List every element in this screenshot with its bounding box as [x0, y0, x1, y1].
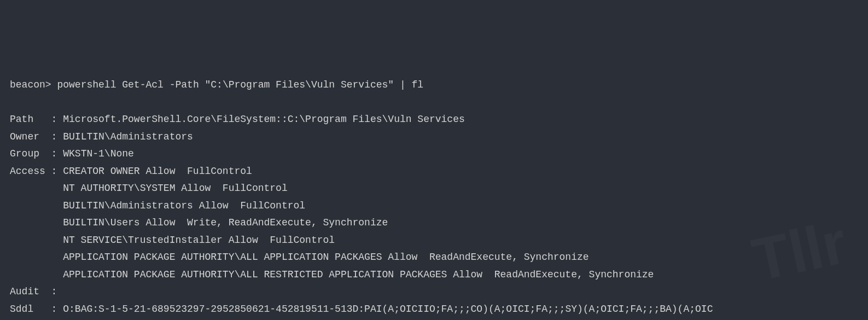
- output-line-access-5: APPLICATION PACKAGE AUTHORITY\ALL APPLIC…: [10, 249, 858, 266]
- output-line-access-1: NT AUTHORITY\SYSTEM Allow FullControl: [10, 180, 858, 197]
- path-label: Path: [10, 111, 33, 129]
- prompt-text: beacon>: [10, 79, 51, 90]
- access-value-4: NT SERVICE\TrustedInstaller Allow FullCo…: [63, 235, 335, 246]
- command-text: powershell Get-Acl -Path "C:\Program Fil…: [57, 79, 423, 90]
- sddl-value-0: O:BAG:S-1-5-21-689523297-2952850621-4528…: [63, 304, 713, 315]
- group-value: WKSTN-1\None: [63, 148, 134, 159]
- output-line-owner: Owner : BUILTIN\Administrators: [10, 129, 858, 146]
- access-value-1: NT AUTHORITY\SYSTEM Allow FullControl: [63, 183, 287, 194]
- path-value: Microsoft.PowerShell.Core\FileSystem::C:…: [63, 114, 465, 125]
- output-line-group: Group : WKSTN-1\None: [10, 146, 858, 163]
- output-line-access-0: Access : CREATOR OWNER Allow FullControl: [10, 163, 858, 181]
- output-line-audit: Audit :: [10, 283, 858, 301]
- output-line-access-3: BUILTIN\Users Allow Write, ReadAndExecut…: [10, 214, 858, 232]
- access-value-2: BUILTIN\Administrators Allow FullControl: [63, 200, 305, 211]
- output-line-path: Path : Microsoft.PowerShell.Core\FileSys…: [10, 111, 858, 129]
- owner-value: BUILTIN\Administrators: [63, 131, 193, 142]
- access-value-3: BUILTIN\Users Allow Write, ReadAndExecut…: [63, 217, 388, 228]
- access-label: Access: [10, 163, 45, 181]
- sddl-label: Sddl: [10, 301, 33, 318]
- output-line-sddl-1: I;0x1201bf;;;BU)(A;CI;FA;;;S-1-5-80-9560…: [10, 318, 858, 320]
- access-value-0: CREATOR OWNER Allow FullControl: [63, 166, 252, 177]
- access-value-5: APPLICATION PACKAGE AUTHORITY\ALL APPLIC…: [63, 252, 589, 263]
- command-line: beacon> powershell Get-Acl -Path "C:\Pro…: [10, 77, 858, 94]
- group-label: Group: [10, 146, 39, 163]
- terminal-output[interactable]: beacon> powershell Get-Acl -Path "C:\Pro…: [10, 77, 858, 320]
- owner-label: Owner: [10, 129, 39, 146]
- output-line-access-2: BUILTIN\Administrators Allow FullControl: [10, 197, 858, 215]
- audit-label: Audit: [10, 283, 39, 301]
- output-line-sddl-0: Sddl : O:BAG:S-1-5-21-689523297-29528506…: [10, 301, 858, 318]
- output-line-access-6: APPLICATION PACKAGE AUTHORITY\ALL RESTRI…: [10, 266, 858, 284]
- access-value-6: APPLICATION PACKAGE AUTHORITY\ALL RESTRI…: [63, 269, 654, 280]
- output-line-access-4: NT SERVICE\TrustedInstaller Allow FullCo…: [10, 232, 858, 249]
